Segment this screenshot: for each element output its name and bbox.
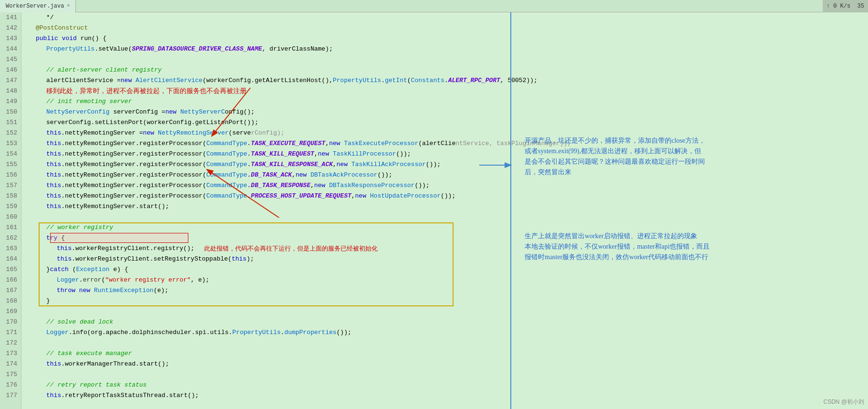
blue-vertical-line: [510, 12, 511, 409]
code-line-160: [25, 212, 864, 222]
red-arrow-2: [184, 165, 303, 222]
blue-annotation-1: 开源产品，坑还是不少的，捕获异常，添加自带的close方法，或者system.e…: [525, 136, 706, 178]
editor-tab[interactable]: WorkerServer.java ×: [0, 0, 76, 12]
code-line-172: [25, 338, 864, 348]
code-line-166: Logger.error("worker registry error", e)…: [25, 275, 864, 285]
code-line-175: [25, 369, 864, 380]
tab-filename: WorkerServer.java: [6, 3, 64, 10]
red-arrow-1: [174, 83, 269, 140]
code-line-165: } catch (Exception e) {: [25, 264, 864, 275]
code-line-151: serverConfig.setListenPort(workerConfig.…: [25, 117, 864, 128]
code-line-164: this.workerRegistryClient.setRegistrySto…: [25, 254, 864, 264]
code-line-161: // worker registry: [25, 222, 864, 233]
code-line-154: this.nettyRemotingServer.registerProcess…: [25, 149, 864, 159]
code-line-147: alertClientService = new AlertClientServ…: [25, 75, 864, 86]
code-line-159: this.nettyRemotingServer.start();: [25, 201, 864, 212]
watermark: CSDN @初小刘: [823, 398, 864, 406]
code-line-170: // solve dead lock: [25, 317, 864, 327]
code-area: 141 142 143 144 145 146 147 148 149 150 …: [0, 12, 868, 409]
tab-close-button[interactable]: ×: [67, 3, 70, 9]
code-line-146: // alert-server client registry: [25, 65, 864, 75]
code-line-162: try {: [25, 233, 864, 243]
code-line-157: this.nettyRemotingServer.registerProcess…: [25, 180, 864, 191]
blue-annotation-2: 生产上就是突然冒出worker启动报错、进程正常拉起的现象本地去验证的时候，不仅…: [525, 231, 715, 262]
code-line-168: }: [25, 296, 864, 306]
code-line-144: PropertyUtils.setValue(SPRING_DATASOURCE…: [25, 44, 864, 54]
code-line-145: [25, 54, 864, 65]
code-line-173: // task execute manager: [25, 348, 864, 359]
network-badge: ↑ 0 K/s 35: [823, 0, 868, 12]
code-line-171: Logger.info(org.apache.dolphinscheduler.…: [25, 327, 864, 338]
code-line-167: throw new RuntimeException(e);: [25, 285, 864, 296]
line-numbers: 141 142 143 144 145 146 147 148 149 150 …: [0, 12, 21, 409]
code-line-152: this.nettyRemotingServer = new NettyRemo…: [25, 128, 864, 138]
code-line-169: [25, 306, 864, 317]
code-line-174: this.workerManagerThread.start();: [25, 359, 864, 369]
code-line-155: this.nettyRemotingServer.registerProcess…: [25, 159, 864, 170]
code-line-153: this.nettyRemotingServer.registerProcess…: [25, 138, 864, 149]
code-line-141: */: [25, 12, 864, 23]
code-line-142: @PostConstruct: [25, 23, 864, 33]
code-line-156: this.nettyRemotingServer.registerProcess…: [25, 170, 864, 180]
code-line-148: 移到此处，异常时，进程不会再被拉起，下面的服务也不会再被注册: [25, 86, 864, 96]
code-line-158: this.nettyRemotingServer.registerProcess…: [25, 191, 864, 201]
code-line-163: this.workerRegistryClient.registry(); 此处…: [25, 243, 864, 254]
code-content[interactable]: */ @PostConstruct public void run() { Pr…: [21, 12, 868, 409]
code-line-149: // init remoting server: [25, 96, 864, 107]
code-line-150: NettyServerConfig serverConfig = new Net…: [25, 107, 864, 117]
code-line-177: this.retryReportTaskStatusThread.start()…: [25, 390, 864, 401]
tab-bar: WorkerServer.java × ↑ 0 K/s 35: [0, 0, 868, 12]
code-line-143: public void run() {: [25, 33, 864, 44]
blue-arrow: [479, 159, 517, 171]
editor-container: WorkerServer.java × ↑ 0 K/s 35 141 142 1…: [0, 0, 868, 409]
code-line-176: // retry report task status: [25, 380, 864, 390]
